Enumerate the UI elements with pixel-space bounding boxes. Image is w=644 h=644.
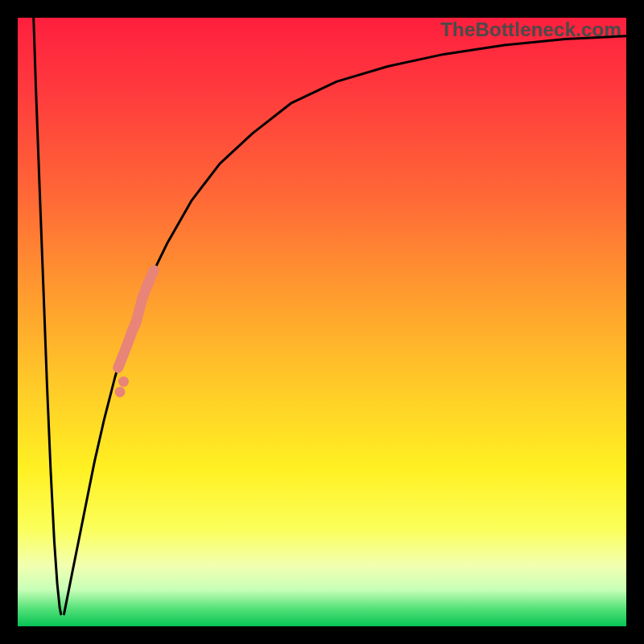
- curve-left-branch: [34, 18, 61, 614]
- highlight-dot: [115, 386, 126, 397]
- highlight-dots: [115, 377, 130, 398]
- highlight-dot: [118, 377, 129, 387]
- curve-right-branch: [64, 36, 627, 614]
- watermark-text: TheBottleneck.com: [440, 19, 621, 41]
- plot-area: TheBottleneck.com: [18, 18, 626, 626]
- chart-stage: TheBottleneck.com: [0, 0, 644, 644]
- curve-svg: [18, 18, 626, 626]
- highlight-segment: [118, 270, 155, 368]
